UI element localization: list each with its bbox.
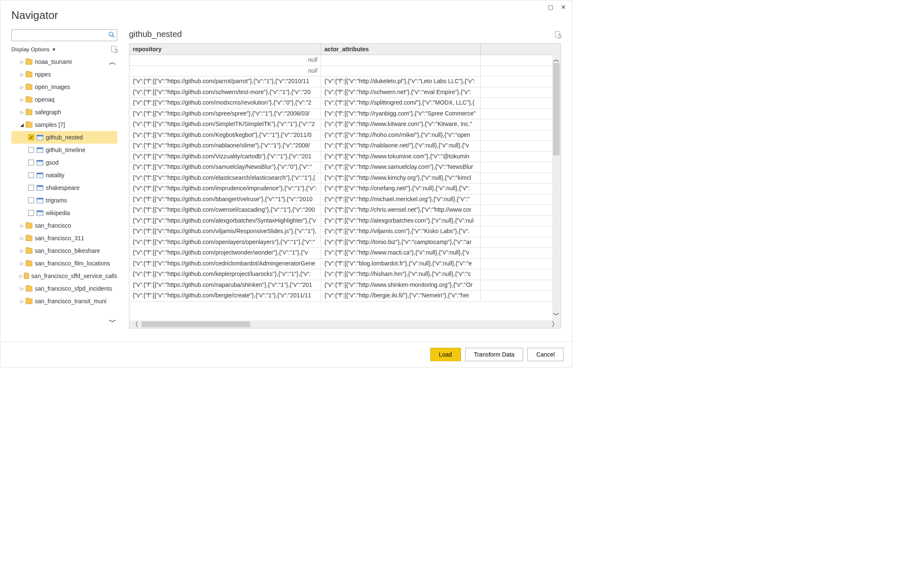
table-github_timeline[interactable]: github_timeline: [11, 144, 117, 156]
svg-point-0: [109, 32, 113, 36]
table-row[interactable]: {"v":{"f":[{"v":"https://github.com/cedr…: [129, 259, 561, 270]
dialog-footer: Load Transform Data Cancel: [0, 341, 572, 367]
table-row[interactable]: {"v":{"f":[{"v":"https://github.com/parr…: [129, 76, 561, 87]
grid-cell: {"v":{"f":[{"v":"https://github.com/Vizz…: [129, 152, 321, 162]
table-row[interactable]: {"v":{"f":[{"v":"https://github.com/schw…: [129, 87, 561, 98]
folder-san_francisco_sfpd_incidents[interactable]: ▷san_francisco_sfpd_incidents: [11, 282, 117, 295]
table-github_nested[interactable]: github_nested: [11, 131, 117, 144]
checkbox[interactable]: [28, 185, 34, 191]
grid-cell: {"v":{"f":[{"v":"blog.lombardot.fr"},{"v…: [321, 259, 481, 269]
checkbox[interactable]: [28, 197, 34, 203]
refresh-icon[interactable]: [111, 45, 117, 53]
grid-cell: {"v":{"f":[{"v":"https://github.com/vilj…: [129, 226, 321, 237]
load-button[interactable]: Load: [430, 348, 461, 361]
search-icon[interactable]: [106, 32, 117, 39]
grid-cell: {"v":{"f":[{"v":"https://github.com/berg…: [129, 291, 321, 301]
checkbox[interactable]: [28, 172, 34, 178]
folder-open_images[interactable]: ▷open_images: [11, 81, 117, 93]
grid-cell: {"v":{"f":[{"v":"https://github.com/cedr…: [129, 259, 321, 269]
table-wikipedia[interactable]: wikipedia: [11, 207, 117, 219]
table-row[interactable]: {"v":{"f":[{"v":"https://github.com/napa…: [129, 280, 561, 291]
table-row[interactable]: {"v":{"f":[{"v":"https://github.com/berg…: [129, 291, 561, 302]
maximize-icon[interactable]: ▢: [548, 4, 553, 10]
table-row[interactable]: {"v":{"f":[{"v":"https://github.com/modx…: [129, 98, 561, 109]
grid-cell: {"v":{"f":[{"v":"http://tonio.biz"},{"v"…: [321, 237, 481, 248]
grid-cell: {"v":{"f":[{"v":"https://github.com/kepl…: [129, 269, 321, 280]
column-header[interactable]: actor_attributes: [321, 44, 481, 55]
folder-san_francisco_311[interactable]: ▷san_francisco_311: [11, 232, 117, 244]
grid-cell: {"v":{"f":[{"v":"http://splittingred.com…: [321, 98, 481, 108]
folder-san_francisco_bikeshare[interactable]: ▷san_francisco_bikeshare: [11, 244, 117, 257]
dialog-title: Navigator: [0, 0, 572, 29]
table-icon: [37, 173, 43, 178]
column-header[interactable]: repository: [129, 44, 321, 55]
folder-samples [7][interactable]: ◢samples [7]: [11, 118, 117, 131]
folder-san_francisco_transit_muni[interactable]: ▷san_francisco_transit_muni: [11, 295, 117, 307]
transform-data-button[interactable]: Transform Data: [465, 348, 524, 361]
table-row[interactable]: {"v":{"f":[{"v":"https://github.com/vilj…: [129, 226, 561, 237]
grid-cell: {"v":{"f":[{"v":"http://www.kitware.com"…: [321, 119, 481, 130]
folder-nppes[interactable]: ▷nppes: [11, 68, 117, 81]
folder-safegraph[interactable]: ▷safegraph: [11, 106, 117, 118]
scroll-down-icon[interactable]: ﹀: [109, 317, 116, 327]
grid-cell: {"v":{"f":[{"v":"https://github.com/spre…: [129, 109, 321, 119]
checkbox[interactable]: [28, 134, 34, 140]
table-row[interactable]: {"v":{"f":[{"v":"https://github.com/samu…: [129, 162, 561, 173]
table-row[interactable]: {"v":{"f":[{"v":"https://github.com/bban…: [129, 194, 561, 205]
table-gsod[interactable]: gsod: [11, 156, 117, 169]
search-input[interactable]: [12, 32, 106, 39]
table-natality[interactable]: natality: [11, 169, 117, 181]
grid-cell: {"v":{"f":[{"v":"http://hoho.com/mike/"}…: [321, 130, 481, 141]
grid-cell: {"v":{"f":[{"v":"https://github.com/elas…: [129, 173, 321, 184]
table-row[interactable]: {"v":{"f":[{"v":"https://github.com/kepl…: [129, 269, 561, 280]
table-icon: [37, 198, 43, 203]
table-row[interactable]: {"v":{"f":[{"v":"https://github.com/impr…: [129, 184, 561, 194]
table-row[interactable]: {"v":{"f":[{"v":"https://github.com/Simp…: [129, 119, 561, 130]
grid-cell: null: [129, 66, 321, 76]
grid-cell: {"v":{"f":[{"v":"https://github.com/open…: [129, 237, 321, 248]
grid-cell: {"v":{"f":[{"v":"http://ryanbigg.com"},{…: [321, 109, 481, 119]
grid-cell: {"v":{"f":[{"v":"https://github.com/modx…: [129, 98, 321, 108]
grid-cell: {"v":{"f":[{"v":"http://alexgorbatchev.c…: [321, 216, 481, 226]
preview-title: github_nested: [129, 29, 182, 39]
grid-cell: {"v":{"f":[{"v":"http://www.shinken-moni…: [321, 280, 481, 291]
horizontal-scrollbar[interactable]: 〈〉: [129, 320, 561, 328]
table-icon: [37, 135, 43, 140]
folder-noaa_tsunami[interactable]: ▷noaa_tsunami: [11, 55, 117, 68]
table-row[interactable]: {"v":{"f":[{"v":"https://github.com/Kegb…: [129, 130, 561, 141]
table-row[interactable]: {"v":{"f":[{"v":"https://github.com/proj…: [129, 248, 561, 259]
grid-cell: null: [129, 55, 321, 66]
table-row[interactable]: {"v":{"f":[{"v":"https://github.com/Vizz…: [129, 152, 561, 163]
table-row[interactable]: {"v":{"f":[{"v":"https://github.com/alex…: [129, 216, 561, 227]
display-options-dropdown[interactable]: Display Options ▾: [11, 46, 55, 52]
table-row[interactable]: {"v":{"f":[{"v":"https://github.com/open…: [129, 237, 561, 248]
search-field[interactable]: [11, 29, 117, 41]
dataset-tree[interactable]: ▷noaa_tsunami▷nppes▷open_images▷openaq▷s…: [11, 55, 117, 328]
grid-cell: {"v":{"f":[{"v":"http://nablaone.net/"},…: [321, 141, 481, 151]
folder-san_francisco[interactable]: ▷san_francisco: [11, 219, 117, 232]
grid-cell: {"v":{"f":[{"v":"http://www.kimchy.org"}…: [321, 173, 481, 184]
grid-cell: {"v":{"f":[{"v":"http://schwern.net"},{"…: [321, 87, 481, 98]
table-trigrams[interactable]: trigrams: [11, 194, 117, 207]
checkbox[interactable]: [28, 147, 34, 153]
vertical-scrollbar[interactable]: ︿﹀: [552, 55, 561, 320]
grid-cell: {"v":{"f":[{"v":"https://github.com/impr…: [129, 184, 321, 194]
grid-cell: {"v":{"f":[{"v":"http://www.tokumine.com…: [321, 152, 481, 162]
checkbox[interactable]: [28, 160, 34, 165]
table-shakespeare[interactable]: shakespeare: [11, 181, 117, 194]
table-row[interactable]: {"v":{"f":[{"v":"https://github.com/spre…: [129, 109, 561, 120]
folder-san_francisco_film_locations[interactable]: ▷san_francisco_film_locations: [11, 257, 117, 270]
preview-refresh-icon[interactable]: [554, 31, 561, 38]
folder-san_francisco_sffd_service_calls[interactable]: ▷san_francisco_sffd_service_calls: [11, 270, 117, 282]
table-row[interactable]: {"v":{"f":[{"v":"https://github.com/elas…: [129, 173, 561, 184]
close-icon[interactable]: ✕: [561, 4, 566, 10]
table-row[interactable]: {"v":{"f":[{"v":"https://github.com/cwen…: [129, 205, 561, 216]
scroll-up-icon[interactable]: ︿: [109, 57, 116, 67]
checkbox[interactable]: [28, 210, 34, 216]
folder-openaq[interactable]: ▷openaq: [11, 93, 117, 106]
grid-cell: {"v":{"f":[{"v":"https://github.com/napa…: [129, 280, 321, 291]
grid-cell: {"v":{"f":[{"v":"http://chris.wensel.net…: [321, 205, 481, 215]
svg-line-1: [112, 36, 114, 37]
cancel-button[interactable]: Cancel: [527, 348, 563, 361]
table-row[interactable]: {"v":{"f":[{"v":"https://github.com/nabl…: [129, 141, 561, 152]
